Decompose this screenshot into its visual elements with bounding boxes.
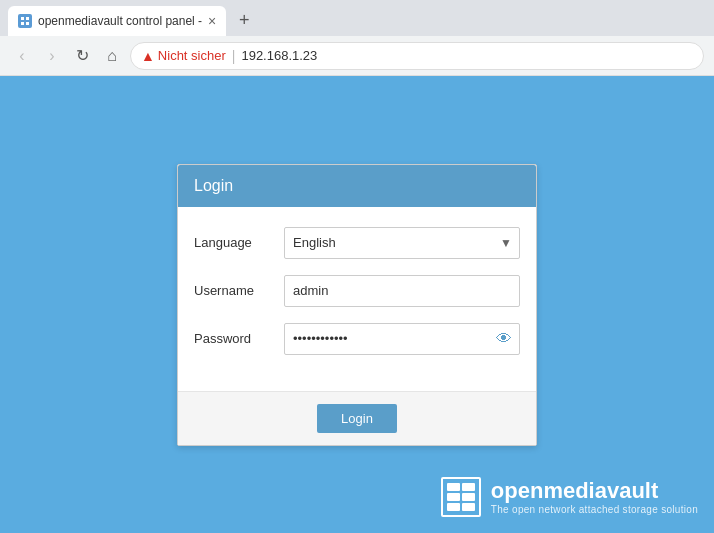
- new-tab-button[interactable]: +: [230, 6, 258, 34]
- login-footer: Login: [178, 391, 536, 445]
- language-row: Language English Deutsch Français Españo…: [194, 227, 520, 259]
- svg-rect-1: [26, 17, 29, 20]
- home-button[interactable]: ⌂: [100, 44, 124, 68]
- password-row: Password 👁: [194, 323, 520, 355]
- brand-logo-cell: [447, 483, 460, 491]
- username-row: Username: [194, 275, 520, 307]
- login-title: Login: [194, 177, 233, 194]
- login-header: Login: [178, 165, 536, 207]
- login-button[interactable]: Login: [317, 404, 397, 433]
- security-warning: ▲ Nicht sicher: [141, 48, 226, 64]
- login-card: Login Language English Deutsch Français …: [177, 164, 537, 446]
- browser-tab-bar: openmediavault control panel - × +: [0, 0, 714, 36]
- username-input-wrapper: [284, 275, 520, 307]
- brand-text: openmediavault The open network attached…: [491, 479, 698, 514]
- login-body: Language English Deutsch Français Españo…: [178, 207, 536, 391]
- svg-rect-2: [21, 22, 24, 25]
- password-input[interactable]: [284, 323, 520, 355]
- branding: openmediavault The open network attached…: [441, 477, 698, 517]
- brand-logo-row-2: [447, 493, 475, 501]
- brand-logo-row-1: [447, 483, 475, 491]
- address-url: 192.168.1.23: [241, 48, 317, 63]
- language-select[interactable]: English Deutsch Français Español: [284, 227, 520, 259]
- brand-logo-cell: [447, 503, 460, 511]
- brand-logo: [441, 477, 481, 517]
- toggle-password-icon[interactable]: 👁: [496, 330, 512, 348]
- forward-button[interactable]: ›: [40, 44, 64, 68]
- brand-logo-row-3: [447, 503, 475, 511]
- tab-close-button[interactable]: ×: [208, 14, 216, 28]
- brand-tagline: The open network attached storage soluti…: [491, 504, 698, 515]
- brand-logo-cell: [447, 493, 460, 501]
- address-separator: |: [232, 48, 236, 64]
- brand-logo-cell: [462, 493, 475, 501]
- tab-title: openmediavault control panel -: [38, 14, 202, 28]
- brand-logo-cell: [462, 483, 475, 491]
- back-button[interactable]: ‹: [10, 44, 34, 68]
- password-label: Password: [194, 331, 284, 346]
- security-text: Nicht sicher: [158, 48, 226, 63]
- password-input-wrapper: 👁: [284, 323, 520, 355]
- language-label: Language: [194, 235, 284, 250]
- username-label: Username: [194, 283, 284, 298]
- page-content: Login Language English Deutsch Français …: [0, 76, 714, 533]
- security-icon: ▲: [141, 48, 155, 64]
- username-input[interactable]: [284, 275, 520, 307]
- address-input[interactable]: ▲ Nicht sicher | 192.168.1.23: [130, 42, 704, 70]
- brand-name: openmediavault: [491, 479, 698, 503]
- language-select-wrapper: English Deutsch Français Español ▼: [284, 227, 520, 259]
- svg-rect-0: [21, 17, 24, 20]
- brand-logo-cell: [462, 503, 475, 511]
- reload-button[interactable]: ↻: [70, 44, 94, 68]
- svg-rect-3: [26, 22, 29, 25]
- tab-favicon: [18, 14, 32, 28]
- browser-tab[interactable]: openmediavault control panel - ×: [8, 6, 226, 36]
- address-bar: ‹ › ↻ ⌂ ▲ Nicht sicher | 192.168.1.23: [0, 36, 714, 76]
